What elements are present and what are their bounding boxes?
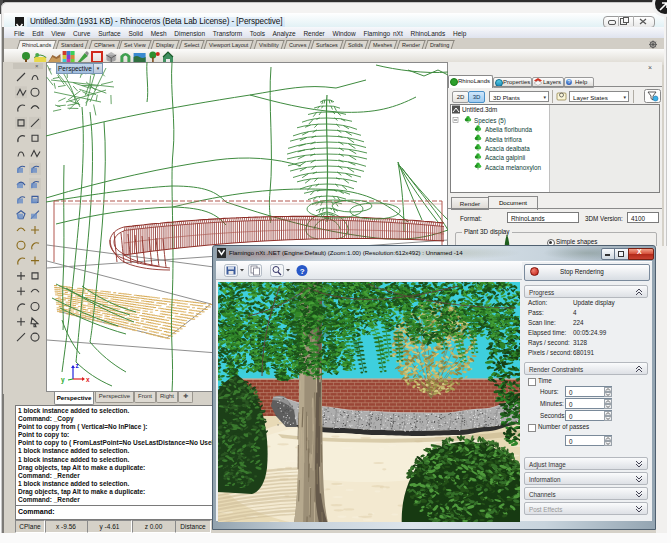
svg-text:Abelia floribunda: Abelia floribunda	[485, 126, 532, 133]
svg-text:Species (5): Species (5)	[474, 117, 506, 125]
svg-text:y: y	[61, 376, 65, 384]
svg-text:Untitled.3dm: Untitled.3dm	[462, 106, 497, 113]
svg-text:Acacia melanoxylon: Acacia melanoxylon	[485, 163, 541, 171]
svg-text:?: ?	[300, 267, 305, 276]
svg-text:×: ×	[35, 63, 39, 69]
svg-text:Acacia dealbata: Acacia dealbata	[485, 144, 530, 151]
svg-text:x: x	[86, 376, 90, 383]
svg-text:z: z	[76, 362, 80, 369]
svg-text:Abelia triflora: Abelia triflora	[485, 135, 522, 142]
svg-text:Acacia galpinii: Acacia galpinii	[485, 154, 525, 162]
